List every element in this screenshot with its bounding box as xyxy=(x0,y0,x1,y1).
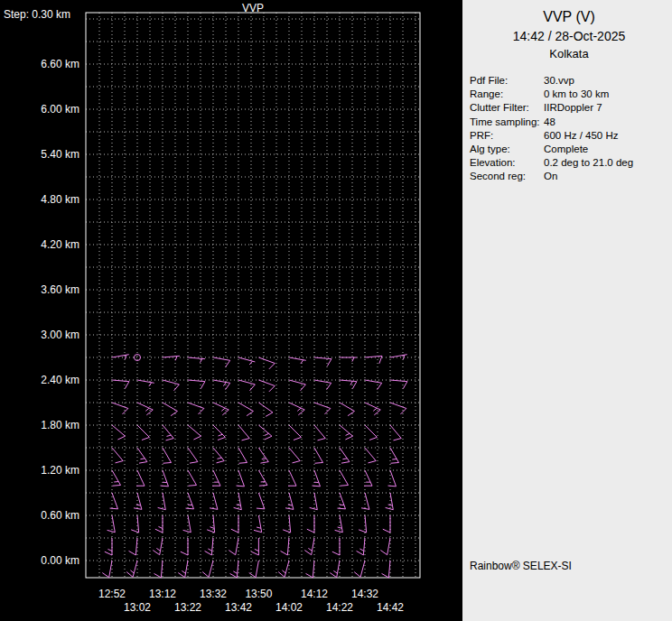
field-label: Time sampling: xyxy=(470,116,544,129)
vvp-plot-svg: 0.00 km0.60 km1.20 km1.80 km2.40 km3.00 … xyxy=(0,0,462,621)
svg-text:1.80 km: 1.80 km xyxy=(41,419,79,431)
svg-text:13:02: 13:02 xyxy=(124,601,151,614)
field-row: Elevation: 0.2 deg to 21.0 deg xyxy=(470,156,668,170)
plot-title: VVP xyxy=(86,2,420,14)
svg-text:14:32: 14:32 xyxy=(351,588,378,600)
field-label: Range: xyxy=(470,88,544,101)
info-fields: Pdf File: 30.vvp Range: 0 km to 30 km Cl… xyxy=(470,74,668,183)
svg-text:13:50: 13:50 xyxy=(245,588,272,600)
field-value: IIRDoppler 7 xyxy=(544,101,602,115)
svg-text:13:42: 13:42 xyxy=(225,601,252,614)
panel-site: Kolkata xyxy=(470,47,668,60)
field-value: 0 km to 30 km xyxy=(544,88,609,101)
vvp-window: 0.00 km0.60 km1.20 km1.80 km2.40 km3.00 … xyxy=(0,0,672,621)
field-value: 30.vvp xyxy=(544,74,574,88)
field-value: 48 xyxy=(544,116,555,129)
field-label: Alg type: xyxy=(470,143,544,156)
field-row: Second reg: On xyxy=(470,170,668,183)
field-label: PRF: xyxy=(470,129,544,143)
field-row: PRF: 600 Hz / 450 Hz xyxy=(470,129,668,143)
field-label: Second reg: xyxy=(470,170,544,183)
field-value: On xyxy=(544,170,557,183)
svg-text:1.20 km: 1.20 km xyxy=(41,464,79,477)
field-value: Complete xyxy=(544,143,588,156)
svg-text:0.00 km: 0.00 km xyxy=(41,554,79,567)
field-label: Pdf File: xyxy=(470,74,544,88)
panel-title: VVP (V) xyxy=(470,9,668,25)
svg-text:3.00 km: 3.00 km xyxy=(41,329,79,341)
field-label: Clutter Filter: xyxy=(470,101,544,115)
svg-text:14:12: 14:12 xyxy=(301,588,328,600)
svg-text:5.40 km: 5.40 km xyxy=(41,148,79,161)
svg-text:3.60 km: 3.60 km xyxy=(41,283,79,296)
panel-datetime: 14:42 / 28-Oct-2025 xyxy=(470,29,668,43)
wind-profile-plot: 0.00 km0.60 km1.20 km1.80 km2.40 km3.00 … xyxy=(0,0,462,621)
svg-text:13:12: 13:12 xyxy=(149,588,176,600)
field-row: Alg type: Complete xyxy=(470,143,668,156)
svg-text:14:42: 14:42 xyxy=(377,601,404,614)
field-row: Clutter Filter: IIRDoppler 7 xyxy=(470,101,668,115)
svg-text:13:22: 13:22 xyxy=(174,601,201,614)
svg-text:14:22: 14:22 xyxy=(326,601,353,614)
svg-text:0.60 km: 0.60 km xyxy=(41,509,79,522)
svg-text:2.40 km: 2.40 km xyxy=(41,374,79,386)
svg-text:6.60 km: 6.60 km xyxy=(41,58,79,70)
field-value: 0.2 deg to 21.0 deg xyxy=(544,156,633,170)
svg-text:12:52: 12:52 xyxy=(98,588,126,600)
svg-text:4.20 km: 4.20 km xyxy=(41,238,79,251)
field-row: Range: 0 km to 30 km xyxy=(470,88,668,101)
field-value: 600 Hz / 450 Hz xyxy=(544,129,618,143)
info-panel: VVP (V) 14:42 / 28-Oct-2025 Kolkata Pdf … xyxy=(462,0,672,621)
wind-barbs-layer xyxy=(102,355,407,578)
y-axis-labels: 0.00 km0.60 km1.20 km1.80 km2.40 km3.00 … xyxy=(41,58,79,567)
plot-grid xyxy=(86,13,420,578)
svg-text:13:32: 13:32 xyxy=(200,588,227,600)
x-axis-labels: 12:5213:0213:1213:2213:3213:4213:5014:02… xyxy=(98,588,404,614)
svg-text:6.00 km: 6.00 km xyxy=(41,103,79,116)
branding-text: Rainbow® SELEX-SI xyxy=(470,560,572,572)
svg-text:4.80 km: 4.80 km xyxy=(41,193,79,206)
field-row: Time sampling: 48 xyxy=(470,116,668,129)
step-label: Step: 0.30 km xyxy=(4,8,70,21)
svg-text:14:02: 14:02 xyxy=(275,601,303,614)
field-label: Elevation: xyxy=(470,156,544,170)
field-row: Pdf File: 30.vvp xyxy=(470,74,668,88)
